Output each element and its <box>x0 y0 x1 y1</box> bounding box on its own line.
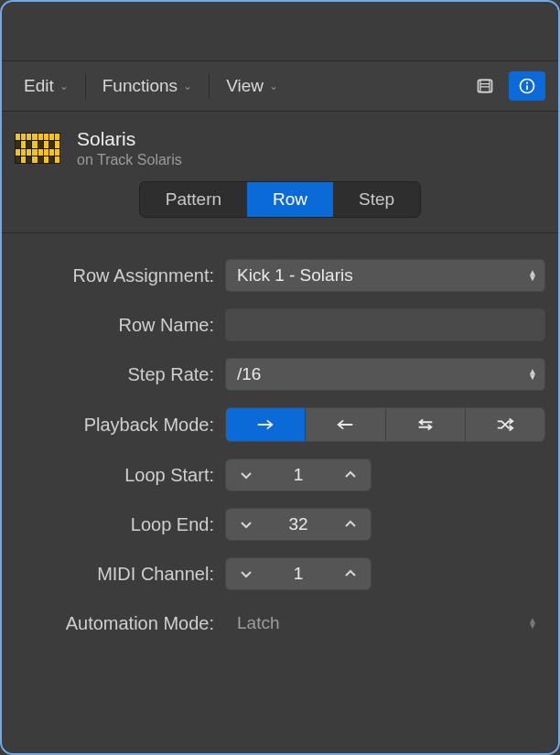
step-rate-value: /16 <box>237 364 261 384</box>
chevron-down-icon <box>240 520 253 529</box>
loop-end-label: Loop End: <box>15 514 225 535</box>
edit-menu[interactable]: Edit ⌄ <box>15 70 78 102</box>
playback-backward-button[interactable] <box>305 408 384 441</box>
increment-button[interactable] <box>330 459 371 491</box>
decrement-button[interactable] <box>226 509 266 540</box>
step-sequencer-region-icon <box>15 133 60 164</box>
playback-pingpong-button[interactable] <box>385 408 465 441</box>
region-title-group: Solaris on Track Solaris <box>77 128 182 168</box>
arrow-right-icon <box>255 416 275 433</box>
chevron-up-icon <box>344 520 357 529</box>
arrow-left-icon <box>335 416 355 433</box>
inspector-toolbar: Edit ⌄ Functions ⌄ View ⌄ <box>2 60 558 112</box>
functions-menu-label: Functions <box>102 76 178 96</box>
step-rate-select[interactable]: /16 ▲▼ <box>225 358 545 391</box>
tab-step[interactable]: Step <box>333 182 420 217</box>
chevron-up-icon <box>344 470 357 480</box>
row-inspector-form: Row Assignment: Kick 1 - Solaris ▲▼ Row … <box>2 233 558 640</box>
row-assignment-value: Kick 1 - Solaris <box>237 265 353 286</box>
loop-start-value: 1 <box>266 465 330 485</box>
stepper-arrows-icon: ▲▼ <box>528 369 537 380</box>
automation-mode-select[interactable]: Latch ▲▼ <box>225 607 545 640</box>
automation-mode-value: Latch <box>237 613 279 633</box>
functions-menu[interactable]: Functions ⌄ <box>93 70 201 102</box>
decrement-button[interactable] <box>226 459 266 491</box>
svg-rect-1 <box>480 80 490 92</box>
tab-pattern[interactable]: Pattern <box>140 182 247 217</box>
row-assignment-label: Row Assignment: <box>15 265 225 286</box>
svg-point-5 <box>526 82 528 84</box>
playback-mode-label: Playback Mode: <box>15 415 225 436</box>
tab-row[interactable]: Row <box>247 182 333 217</box>
stepper-arrows-icon: ▲▼ <box>528 618 537 629</box>
decrement-button[interactable] <box>226 558 266 589</box>
row-assignment-select[interactable]: Kick 1 - Solaris ▲▼ <box>225 259 545 292</box>
loop-end-stepper[interactable]: 32 <box>225 508 372 541</box>
info-button[interactable] <box>509 71 545 101</box>
separator <box>85 73 86 99</box>
automation-mode-label: Automation Mode: <box>15 613 225 634</box>
region-name: Solaris <box>77 128 182 150</box>
row-name-label: Row Name: <box>15 315 225 336</box>
view-menu[interactable]: View ⌄ <box>217 70 287 102</box>
list-icon <box>476 77 494 95</box>
inspector-tabs: Pattern Row Step <box>139 181 421 218</box>
chevron-down-icon <box>240 470 253 480</box>
stepper-arrows-icon: ▲▼ <box>528 270 537 281</box>
playback-forward-button[interactable] <box>226 408 305 441</box>
step-rate-label: Step Rate: <box>15 364 225 385</box>
separator <box>209 73 210 99</box>
region-header: Solaris on Track Solaris <box>2 112 558 172</box>
region-subtitle: on Track Solaris <box>77 152 182 168</box>
midi-channel-value: 1 <box>266 564 330 584</box>
increment-button[interactable] <box>330 509 371 540</box>
midi-channel-stepper[interactable]: 1 <box>225 557 372 590</box>
shuffle-icon <box>495 416 515 433</box>
loop-end-value: 32 <box>266 514 330 534</box>
playback-random-button[interactable] <box>465 408 544 441</box>
list-view-button[interactable] <box>467 71 503 101</box>
arrows-pingpong-icon <box>415 416 436 433</box>
chevron-down-icon <box>240 569 253 578</box>
chevron-down-icon: ⌄ <box>59 80 69 92</box>
midi-channel-label: MIDI Channel: <box>15 564 225 585</box>
increment-button[interactable] <box>330 558 371 589</box>
chevron-up-icon <box>344 569 357 578</box>
chevron-down-icon: ⌄ <box>183 80 192 92</box>
playback-mode-segmented <box>225 407 545 442</box>
chevron-down-icon: ⌄ <box>269 80 278 92</box>
view-menu-label: View <box>226 76 264 96</box>
row-name-field[interactable] <box>225 308 545 341</box>
loop-start-stepper[interactable]: 1 <box>225 458 372 491</box>
info-icon <box>518 77 536 95</box>
edit-menu-label: Edit <box>24 76 54 96</box>
loop-start-label: Loop Start: <box>15 465 225 486</box>
